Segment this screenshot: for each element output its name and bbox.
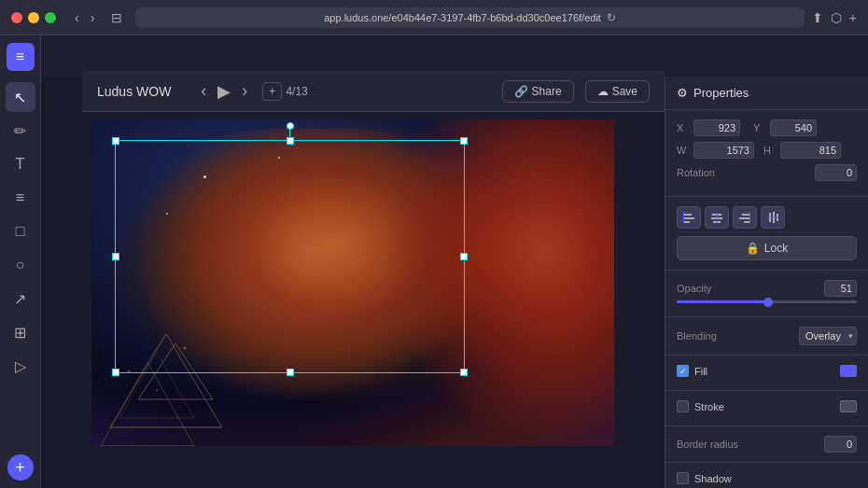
stroke-section: Stroke	[665, 391, 868, 426]
cursor-tool[interactable]: ↖	[6, 82, 35, 112]
share-button[interactable]: 🔗 Share	[502, 80, 574, 103]
geometric-triangles	[91, 259, 259, 446]
border-radius-section: Border radius	[665, 426, 868, 463]
download-icon[interactable]: ⬆	[812, 10, 823, 25]
lock-button[interactable]: 🔒 Lock	[677, 236, 857, 260]
y-label: Y	[753, 122, 764, 133]
x-input[interactable]	[693, 119, 740, 136]
zoom-controls: + 4/13	[262, 82, 307, 101]
fill-color-swatch[interactable]	[840, 365, 857, 377]
border-radius-row: Border radius	[677, 436, 857, 453]
canvas-area[interactable]	[41, 77, 665, 488]
pen-tool[interactable]: ✏	[6, 116, 35, 146]
rotation-label: Rotation	[677, 167, 809, 178]
properties-icon: ⚙	[677, 86, 688, 100]
fill-checkbox[interactable]: ✓	[677, 365, 689, 377]
rotation-input[interactable]	[815, 164, 857, 181]
border-radius-label: Border radius	[677, 439, 819, 450]
align-section: 🔒 Lock	[665, 197, 868, 271]
prev-slide-button[interactable]: ‹	[197, 77, 210, 105]
svg-rect-20	[744, 221, 750, 223]
h-label: H	[763, 145, 775, 156]
wh-row: W H	[677, 142, 857, 159]
url-text: app.ludus.one/e04b44e7-3197-4fb7-b6bd-dd…	[324, 12, 601, 23]
url-bar[interactable]: app.ludus.one/e04b44e7-3197-4fb7-b6bd-dd…	[135, 7, 804, 28]
fill-label: Fill	[694, 366, 834, 377]
right-panel: ⚙ Properties X Y W H Rotation	[665, 77, 868, 488]
play-button[interactable]: ▶	[214, 77, 234, 105]
shadow-checkbox[interactable]	[677, 472, 689, 484]
rotation-row: Rotation	[677, 164, 857, 181]
ellipse-tool[interactable]: ○	[6, 250, 35, 280]
titlebar-right: ⬆ ⬡ +	[812, 10, 857, 25]
lock-label: Lock	[764, 242, 788, 255]
refresh-button[interactable]: ↻	[607, 11, 616, 24]
slide-counter: 4/13	[286, 85, 307, 98]
traffic-lights	[11, 12, 56, 23]
arrow-tool[interactable]: ↗	[6, 284, 35, 314]
stroke-color-swatch[interactable]	[840, 400, 857, 412]
forward-button[interactable]: ›	[87, 8, 99, 27]
align-left-button[interactable]	[677, 206, 701, 229]
stroke-checkbox[interactable]	[677, 400, 689, 412]
svg-point-8	[184, 346, 187, 349]
blending-wrapper: Overlay Normal Multiply Screen ▾	[799, 327, 857, 345]
svg-marker-0	[110, 334, 222, 427]
close-button[interactable]	[11, 12, 22, 23]
next-slide-button[interactable]: ›	[238, 77, 251, 105]
app-logo[interactable]: ≡	[7, 43, 35, 71]
svg-point-9	[156, 389, 158, 391]
slide-canvas	[91, 119, 614, 446]
blending-row: Blending Overlay Normal Multiply Screen …	[677, 327, 857, 345]
opacity-slider-fill	[677, 300, 768, 303]
opacity-input[interactable]	[824, 280, 857, 297]
h-input[interactable]	[780, 142, 841, 159]
svg-marker-2	[101, 362, 194, 446]
add-button[interactable]: +	[7, 454, 34, 481]
save-label: Save	[612, 85, 637, 98]
tab-layout-button[interactable]: ⊟	[105, 8, 128, 27]
list-tool[interactable]: ≡	[6, 183, 35, 213]
x-label: X	[677, 122, 688, 133]
w-input[interactable]	[693, 142, 754, 159]
zoom-in-button[interactable]: +	[262, 82, 282, 101]
save-button[interactable]: ☁ Save	[585, 80, 650, 103]
svg-rect-17	[717, 212, 718, 223]
app-title: Ludus WOW	[97, 84, 171, 99]
share-icon[interactable]: ⬡	[831, 10, 842, 25]
svg-rect-18	[742, 214, 750, 216]
opacity-slider-track[interactable]	[677, 300, 857, 303]
slide-background	[91, 119, 614, 446]
svg-rect-19	[739, 217, 750, 219]
y-input[interactable]	[770, 119, 817, 136]
align-right-button[interactable]	[733, 206, 757, 229]
slide-nav: ‹ ▶ ›	[197, 77, 251, 105]
titlebar: ‹ › ⊟ app.ludus.one/e04b44e7-3197-4fb7-b…	[0, 0, 868, 35]
align-center-h-button[interactable]	[705, 206, 729, 229]
opacity-slider-thumb[interactable]	[763, 298, 773, 307]
shadow-label: Shadow	[694, 473, 857, 484]
blending-section: Blending Overlay Normal Multiply Screen …	[665, 317, 868, 356]
svg-rect-25	[767, 217, 778, 218]
back-button[interactable]: ‹	[71, 8, 83, 27]
app-header: Ludus WOW ‹ ▶ › + 4/13 🔗 Share ☁ Save	[82, 71, 665, 112]
rectangle-tool[interactable]: □	[6, 216, 35, 246]
new-tab-icon[interactable]: +	[849, 10, 857, 25]
video-tool[interactable]: ▷	[6, 351, 35, 381]
align-buttons	[677, 206, 857, 229]
star-2	[166, 213, 168, 215]
star-3	[278, 157, 280, 159]
image-tool[interactable]: ⊞	[6, 317, 35, 347]
text-tool[interactable]: T	[6, 149, 35, 179]
border-radius-input[interactable]	[824, 436, 857, 453]
minimize-button[interactable]	[28, 12, 39, 23]
svg-point-7	[128, 369, 131, 372]
blending-label: Blending	[677, 330, 793, 342]
content-area: Ludus WOW ‹ ▶ › + 4/13 🔗 Share ☁ Save	[41, 35, 665, 488]
panel-header: ⚙ Properties	[665, 77, 868, 110]
align-middle-button[interactable]	[761, 206, 785, 229]
maximize-button[interactable]	[45, 12, 56, 23]
xy-row: X Y	[677, 119, 857, 136]
blending-select[interactable]: Overlay Normal Multiply Screen	[799, 327, 857, 345]
panel-title: Properties	[693, 86, 749, 100]
